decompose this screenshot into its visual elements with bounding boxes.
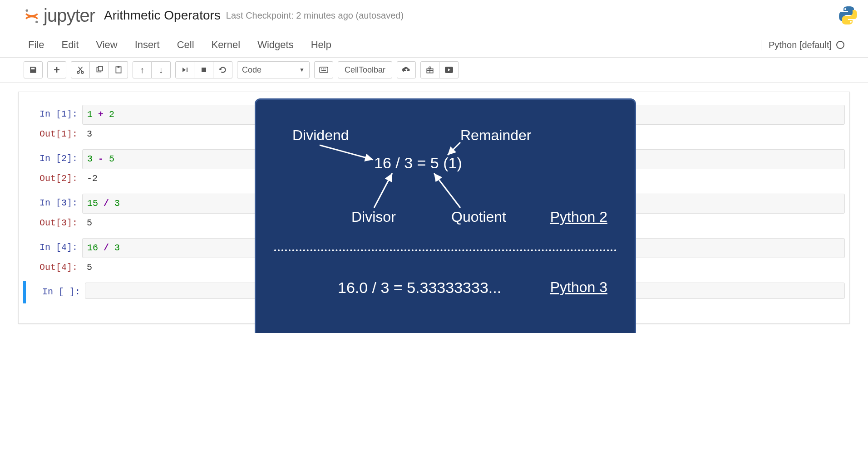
overlay-equation-bottom: 16.0 / 3 = 5.33333333...	[338, 279, 501, 297]
copy-icon	[95, 66, 104, 74]
run-button[interactable]	[175, 61, 194, 78]
menu-file[interactable]: File	[24, 35, 57, 54]
svg-rect-10	[202, 68, 206, 72]
input-prompt: In [1]:	[23, 105, 82, 124]
keyboard-icon	[319, 67, 328, 73]
output-prompt: Out[2]:	[23, 169, 82, 188]
menu-view[interactable]: View	[91, 35, 130, 54]
chevron-down-icon: ▼	[299, 67, 305, 73]
svg-point-2	[844, 8, 846, 10]
python-icon	[837, 5, 859, 26]
notebook-container: In [1]:1 + 2Out[1]:3In [2]:3 - 5Out[2]:-…	[0, 83, 868, 333]
restart-icon	[219, 66, 227, 74]
cell-type-value: Code	[242, 65, 261, 75]
stop-icon	[201, 67, 207, 73]
notebook-title[interactable]: Arithmetic Operators	[104, 8, 221, 23]
overlay-label-dividend: Dividend	[292, 127, 349, 144]
toolbar: + ↑ ↓ Code ▼ CellToolbar	[0, 58, 868, 83]
overlay-label-quotient: Quotient	[451, 209, 506, 225]
menu-edit[interactable]: Edit	[57, 35, 91, 54]
menu-help[interactable]: Help	[306, 35, 344, 54]
move-down-button[interactable]: ↓	[152, 61, 171, 78]
output-prompt: Out[4]:	[23, 258, 82, 277]
output-prompt: Out[3]:	[23, 214, 82, 233]
svg-point-4	[77, 71, 79, 73]
kernel-name: Python [default]	[769, 40, 832, 50]
add-cell-button[interactable]: +	[47, 61, 66, 78]
cell-toolbar-label: CellToolbar	[345, 65, 385, 75]
svg-line-21	[434, 173, 460, 208]
menu-kernel[interactable]: Kernel	[207, 35, 253, 54]
cell-toolbar-button[interactable]: CellToolbar	[338, 61, 392, 78]
svg-point-0	[26, 10, 28, 12]
command-palette-button[interactable]	[314, 61, 333, 78]
copy-button[interactable]	[90, 61, 109, 78]
svg-rect-14	[325, 68, 326, 69]
output-prompt: Out[1]:	[23, 125, 82, 144]
svg-line-20	[374, 173, 392, 208]
input-prompt: In [3]:	[23, 194, 82, 213]
paste-button[interactable]	[109, 61, 128, 78]
svg-point-3	[850, 21, 852, 23]
play-rect-icon	[444, 66, 454, 73]
menu-insert[interactable]: Insert	[130, 35, 173, 54]
checkpoint-status: Last Checkpoint: 2 minutes ago (autosave…	[226, 10, 404, 21]
svg-rect-12	[321, 68, 322, 69]
jupyter-icon	[24, 7, 40, 24]
svg-rect-7	[98, 66, 102, 71]
menu-widgets[interactable]: Widgets	[253, 35, 306, 54]
svg-point-1	[35, 21, 38, 23]
cut-icon	[76, 66, 84, 74]
svg-rect-9	[117, 66, 119, 68]
input-prompt: In [4]:	[23, 238, 82, 257]
notebook-header: jupyter Arithmetic Operators Last Checkp…	[0, 0, 868, 33]
presentation-button[interactable]	[439, 61, 459, 78]
notebook-inner: In [1]:1 + 2Out[1]:3In [2]:3 - 5Out[2]:-…	[18, 92, 850, 324]
gift-icon	[426, 66, 434, 74]
overlay-equation-top: 16 / 3 = 5 (1)	[374, 154, 462, 172]
save-icon	[29, 66, 37, 74]
kernel-status-icon	[836, 41, 844, 49]
input-prompt: In [2]:	[23, 149, 82, 168]
input-prompt: In [ ]:	[26, 283, 85, 302]
menubar: FileEditViewInsertCellKernelWidgetsHelp …	[0, 33, 868, 58]
svg-line-18	[320, 145, 373, 160]
menu-cell[interactable]: Cell	[173, 35, 207, 54]
svg-rect-15	[321, 70, 326, 71]
restart-button[interactable]	[213, 61, 232, 78]
jupyter-logo[interactable]: jupyter	[24, 5, 95, 26]
interrupt-button[interactable]	[194, 61, 213, 78]
jupyter-logo-text: jupyter	[44, 5, 95, 26]
overlay-label-remainder: Remainder	[460, 127, 532, 144]
paste-icon	[114, 66, 123, 74]
overlay-label-divisor: Divisor	[351, 209, 396, 225]
svg-line-19	[448, 142, 460, 155]
save-button[interactable]	[24, 61, 43, 78]
kernel-indicator: Python [default]	[761, 40, 844, 50]
overlay-python2: Python 2	[550, 209, 607, 225]
move-up-button[interactable]: ↑	[133, 61, 152, 78]
svg-point-5	[81, 71, 84, 73]
cut-button[interactable]	[71, 61, 90, 78]
overlay-python3: Python 3	[550, 279, 607, 296]
cloud-upload-icon	[402, 66, 411, 73]
svg-rect-13	[323, 68, 324, 69]
overlay-divider	[274, 249, 616, 251]
overlay-slide: Dividend Remainder 16 / 3 = 5 (1) Diviso…	[255, 98, 636, 333]
gift-button[interactable]	[420, 61, 439, 78]
cell-type-select[interactable]: Code ▼	[237, 61, 310, 78]
svg-rect-11	[320, 67, 328, 73]
step-forward-icon	[182, 67, 188, 73]
cloud-upload-button[interactable]	[397, 61, 416, 78]
